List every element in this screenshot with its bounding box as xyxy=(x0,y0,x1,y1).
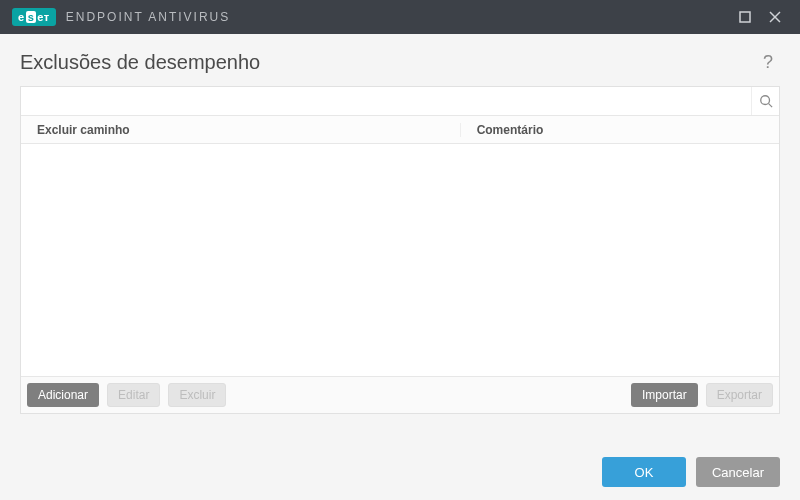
minimize-button[interactable] xyxy=(730,0,760,34)
edit-button: Editar xyxy=(107,383,160,407)
product-name: ENDPOINT ANTIVIRUS xyxy=(66,10,230,24)
brand-e: e xyxy=(18,11,25,23)
brand-badge: eseт xyxy=(12,8,56,26)
close-button[interactable] xyxy=(760,0,790,34)
svg-rect-0 xyxy=(740,12,750,22)
cancel-button[interactable]: Cancelar xyxy=(696,457,780,487)
column-header-path[interactable]: Excluir caminho xyxy=(21,123,461,137)
column-header-comment[interactable]: Comentário xyxy=(461,123,779,137)
delete-button: Excluir xyxy=(168,383,226,407)
svg-point-3 xyxy=(760,96,769,105)
import-button[interactable]: Importar xyxy=(631,383,698,407)
page-title: Exclusões de desempenho xyxy=(20,51,260,74)
search-input[interactable] xyxy=(21,87,751,115)
ok-button[interactable]: OK xyxy=(602,457,686,487)
svg-line-4 xyxy=(768,104,772,108)
page-header: Exclusões de desempenho ? xyxy=(0,34,800,86)
add-button[interactable]: Adicionar xyxy=(27,383,99,407)
table-toolbar: Adicionar Editar Excluir Importar Export… xyxy=(21,376,779,413)
search-row xyxy=(21,87,779,116)
brand-s: s xyxy=(26,11,37,23)
minimize-icon xyxy=(739,11,751,23)
table-header: Excluir caminho Comentário xyxy=(21,116,779,144)
help-button[interactable]: ? xyxy=(756,50,780,74)
brand-t: eт xyxy=(37,11,50,23)
help-icon: ? xyxy=(763,52,773,73)
dialog-footer: OK Cancelar xyxy=(0,444,800,500)
close-icon xyxy=(769,11,781,23)
search-icon xyxy=(759,94,773,108)
table-body xyxy=(21,144,779,376)
search-button[interactable] xyxy=(751,87,779,115)
exclusions-panel: Excluir caminho Comentário Adicionar Edi… xyxy=(20,86,780,414)
export-button: Exportar xyxy=(706,383,773,407)
titlebar: eseт ENDPOINT ANTIVIRUS xyxy=(0,0,800,34)
content-area: Excluir caminho Comentário Adicionar Edi… xyxy=(0,86,800,414)
